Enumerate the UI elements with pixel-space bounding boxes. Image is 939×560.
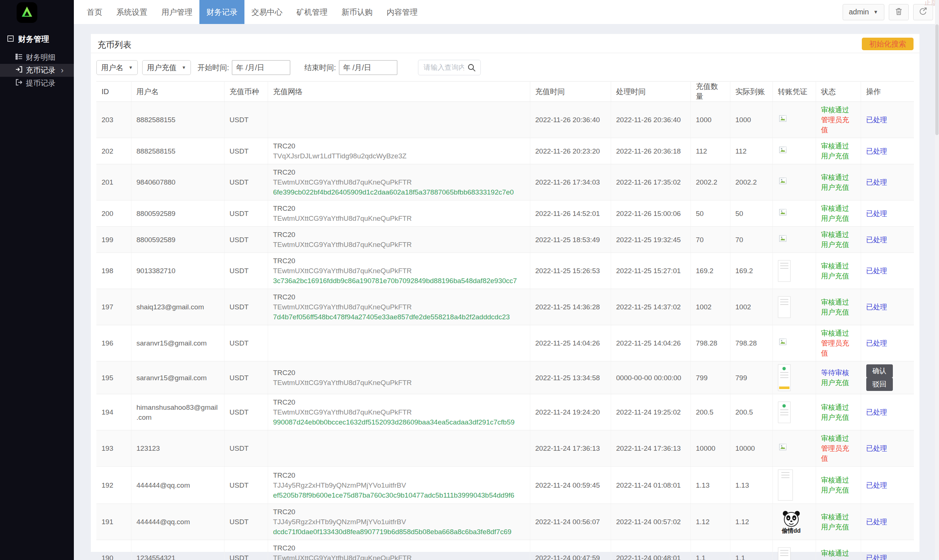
cell-coin: USDT: [224, 540, 268, 560]
cell-deposit-time: 2022-11-25 13:34:58: [530, 362, 611, 394]
broken-image-icon: [778, 117, 788, 125]
reject-button[interactable]: 驳回: [866, 378, 893, 391]
voucher-thumbnail[interactable]: [778, 469, 793, 501]
processed-link[interactable]: 已处理: [866, 303, 887, 311]
processed-link[interactable]: 已处理: [866, 116, 887, 124]
cell-network: TRC20TEwtmUXttCG9YaYtfhU8d7quKneQuPkFTR: [268, 227, 530, 253]
voucher-meme-thumbnail[interactable]: 偷情dd: [778, 510, 805, 534]
user-field-select[interactable]: 用户名 ▼: [96, 60, 138, 75]
table-row: 2019840607880USDTTRC20TEwtmUXttCG9YaYtfh…: [96, 164, 914, 200]
network-address: TEwtmUXttCG9YaYtfhU8d7quKneQuPkFTR: [273, 240, 525, 249]
trash-button[interactable]: [889, 4, 909, 20]
status-text: 审核通过: [821, 203, 856, 213]
processed-link[interactable]: 已处理: [866, 147, 887, 155]
nav-item-6[interactable]: 矿机管理: [289, 0, 334, 24]
processed-link[interactable]: 已处理: [866, 210, 887, 217]
cell-network: TRC20TVqXJsrDJLwr1LdTTidg98u2qdcWyBze3Z: [268, 138, 530, 164]
processed-link[interactable]: 已处理: [866, 339, 887, 347]
column-header-1: ID: [96, 82, 131, 102]
processed-link[interactable]: 已处理: [866, 518, 887, 526]
main-content: 充币列表 初始化搜索 用户名 ▼ 用户充值 ▼ 开始时间: 结束时间:: [74, 24, 939, 560]
cell-id: 197: [96, 289, 131, 325]
network-protocol: TRC20: [273, 292, 525, 302]
search-icon[interactable]: [467, 63, 476, 74]
cell-coin: USDT: [224, 164, 268, 200]
export-icon: [919, 7, 928, 17]
broken-image-icon: [778, 211, 788, 218]
cell-actual-amount: 1.12: [730, 504, 773, 540]
voucher-thumbnail[interactable]: [778, 297, 791, 318]
processed-link[interactable]: 已处理: [866, 236, 887, 244]
voucher-thumbnail[interactable]: [778, 402, 791, 423]
admin-user-menu[interactable]: admin ▼: [843, 4, 884, 20]
sidebar-item-3[interactable]: 提币记录: [0, 77, 74, 90]
cell-coin: USDT: [224, 394, 268, 431]
tx-hash-link[interactable]: 6fe399cb022bf4bd26405909d1c2daa602a18f5a…: [273, 187, 525, 197]
sidebar-item-label: 财务明细: [26, 52, 55, 62]
status-text: 用户充值: [821, 412, 856, 422]
top-navbar: 首页系统设置用户管理财务记录交易中心矿机管理新币认购内容管理 admin ▼: [74, 0, 939, 24]
nav-item-2[interactable]: 系统设置: [109, 0, 154, 24]
processed-link[interactable]: 已处理: [866, 408, 887, 416]
processed-link[interactable]: 已处理: [866, 267, 887, 275]
cell-voucher: [773, 394, 816, 431]
nav-item-3[interactable]: 用户管理: [154, 0, 199, 24]
cell-operation: 已处理: [861, 431, 914, 467]
cell-id: 192: [96, 467, 131, 504]
cell-coin: USDT: [224, 467, 268, 504]
cell-network: TRC20TEwtmUXttCG9YaYtfhU8d7quKneQuPkFTR3…: [268, 253, 530, 289]
broken-image-icon: [778, 340, 788, 348]
cell-username: 8882588155: [131, 138, 224, 164]
end-date-input[interactable]: [339, 60, 397, 75]
cell-network: TRC20TJJ4y5Rgz2xHTb9yQNzmPMjYVo1uitfrBVd…: [268, 504, 530, 540]
cell-amount: 1.12: [691, 504, 730, 540]
cell-network: TRC20TEwtmUXttCG9YaYtfhU8d7quKneQuPkFTR: [268, 362, 530, 394]
nav-item-5[interactable]: 交易中心: [245, 0, 289, 24]
tx-hash-link[interactable]: dcdc71f0dae0f133430d8fea8907719b6d858d5b…: [273, 527, 525, 537]
column-header-5: 充值时间: [530, 82, 611, 102]
deposit-type-select[interactable]: 用户充值 ▼: [142, 60, 191, 75]
cell-coin: USDT: [224, 362, 268, 394]
processed-link[interactable]: 已处理: [866, 554, 887, 560]
status-text: 审核通过: [821, 548, 856, 558]
cell-deposit-time: 2022-11-25 18:53:49: [530, 227, 611, 253]
sidebar-item-1[interactable]: 财务明细: [0, 51, 74, 64]
cell-voucher: 偷情dd: [773, 504, 816, 540]
vertical-scrollbar[interactable]: [935, 0, 939, 560]
cell-operation: 已处理: [861, 325, 914, 362]
processed-link[interactable]: 已处理: [866, 482, 887, 489]
nav-item-7[interactable]: 新币认购: [334, 0, 380, 24]
confirm-button[interactable]: 确认: [866, 365, 893, 378]
cell-username: 9013382710: [131, 253, 224, 289]
status-text: 用户充值: [821, 378, 856, 388]
nav-item-8[interactable]: 内容管理: [380, 0, 425, 24]
cell-username: 8882588155: [131, 102, 224, 138]
tx-hash-link[interactable]: 7d4b7ef056ff548bc478f94a27405e33ae857dfe…: [273, 312, 525, 322]
cell-id: 195: [96, 362, 131, 394]
cell-deposit-time: 2022-11-24 00:56:07: [530, 504, 611, 540]
user-field-select-value: 用户名: [101, 63, 123, 73]
tx-hash-link[interactable]: 3c736a2bc16916fddb9c86a190781e70b7092849…: [273, 276, 525, 286]
scrollbar-thumb[interactable]: [935, 25, 939, 135]
processed-link[interactable]: 已处理: [866, 178, 887, 186]
deposit-type-select-value: 用户充值: [147, 63, 177, 73]
reset-search-button[interactable]: 初始化搜索: [862, 38, 913, 50]
network-address: TVqXJsrDJLwr1LdTTidg98u2qdcWyBze3Z: [273, 151, 525, 161]
status-text: 用户充值: [821, 271, 856, 281]
tx-hash-link[interactable]: ef5205b78f9b600e1ce75d87ba760c30c9b10477…: [273, 490, 525, 500]
cell-actual-amount: 10000: [730, 431, 773, 467]
nav-item-1[interactable]: 首页: [80, 0, 109, 24]
processed-link[interactable]: 已处理: [866, 445, 887, 452]
network-address: TEwtmUXttCG9YaYtfhU8d7quKneQuPkFTR: [273, 213, 525, 223]
voucher-thumbnail[interactable]: [778, 365, 791, 391]
nav-item-4[interactable]: 财务记录: [199, 0, 245, 24]
sidebar-item-2[interactable]: 充币记录›: [0, 64, 74, 77]
tx-hash-link[interactable]: 990087d24eb0b0bccec1632df5152093d28609ba…: [273, 417, 525, 427]
cell-process-time: 2022-11-26 20:36:40: [611, 102, 691, 138]
sidebar-group-finance[interactable]: 财务管理: [0, 32, 74, 46]
voucher-thumbnail[interactable]: [778, 260, 791, 282]
cell-status: 审核通过用户充值: [816, 227, 861, 253]
start-date-input[interactable]: [232, 60, 290, 75]
list-icon: [15, 53, 23, 62]
voucher-thumbnail[interactable]: [778, 548, 791, 560]
